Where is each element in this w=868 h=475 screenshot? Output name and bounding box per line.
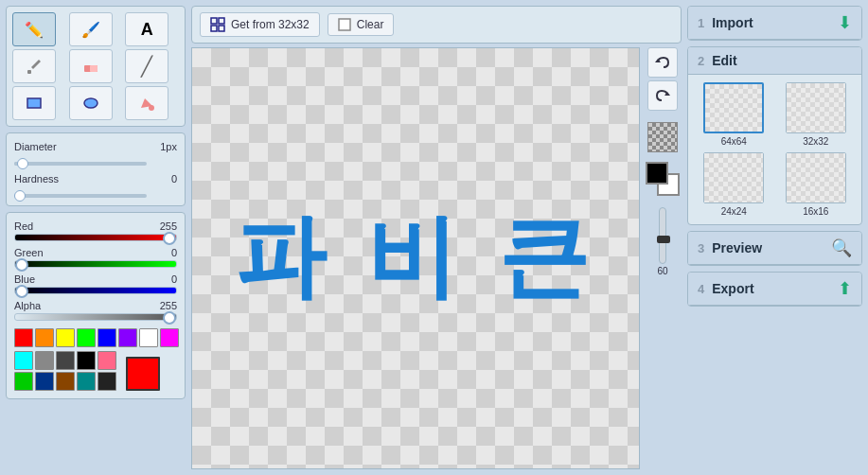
svg-point-4 (84, 98, 97, 108)
red-label: Red (14, 220, 33, 232)
undo-button[interactable] (647, 47, 678, 78)
palette-row2 (14, 351, 116, 391)
palette-row1 (14, 328, 177, 347)
svg-point-5 (149, 105, 154, 111)
checker-background (192, 48, 639, 468)
size-64x64[interactable]: 64x64 (696, 82, 772, 147)
size-16x16[interactable]: 16x16 (778, 152, 855, 217)
clear-button[interactable]: Clear (328, 13, 395, 36)
swatch-pink[interactable] (97, 351, 116, 370)
hardness-row: Hardness 0 (14, 173, 177, 185)
clear-icon (338, 18, 351, 31)
edit-num: 2 (698, 54, 704, 68)
tool-pencil[interactable]: ✏️ (12, 12, 56, 46)
export-section: 4 Export ⬆ (687, 272, 862, 307)
green-slider[interactable] (14, 260, 177, 268)
swatch-gray2[interactable] (56, 351, 75, 370)
blue-value: 0 (171, 273, 177, 285)
palette-row2-container (14, 351, 177, 391)
tool-text[interactable]: A (125, 12, 168, 46)
swatch-white[interactable] (139, 328, 158, 347)
swatch-black[interactable] (77, 351, 96, 370)
swatch-navy[interactable] (35, 372, 54, 391)
center-area: Get from 32x32 Clear 파 비 큰 (191, 6, 682, 469)
tools-grid: ✏️ 🖌️ A ╱ (12, 12, 179, 120)
import-title: Import (712, 15, 830, 30)
edit-section: 2 Edit 64x64 (687, 46, 862, 225)
size-32x32[interactable]: 32x32 (778, 82, 855, 147)
swatch-green[interactable] (77, 328, 96, 347)
edit-content: 64x64 32x32 24x24 (688, 75, 861, 224)
diameter-slider[interactable] (14, 162, 147, 166)
green-value: 0 (171, 247, 177, 258)
size-thumbs-grid: 64x64 32x32 24x24 (696, 82, 854, 217)
tool-eraser[interactable] (69, 49, 113, 83)
tool-eyedropper[interactable] (12, 49, 56, 83)
swatch-darkgray[interactable] (97, 372, 116, 391)
swatch-red[interactable] (14, 328, 33, 347)
canvas-container: 파 비 큰 (191, 47, 682, 469)
swatch-purple[interactable] (118, 328, 137, 347)
color-box: Red 255 Green 0 (6, 212, 186, 399)
preview-num: 3 (698, 241, 704, 255)
export-header[interactable]: 4 Export ⬆ (688, 273, 861, 306)
swatch-yellow[interactable] (56, 328, 75, 347)
side-tools: 60 (644, 47, 682, 469)
swatch-magenta[interactable] (160, 328, 179, 347)
redo-button[interactable] (647, 80, 678, 111)
zoom-indicator: 60 (657, 207, 667, 276)
canvas-wrapper[interactable]: 파 비 큰 (191, 47, 640, 469)
hardness-slider[interactable] (14, 194, 147, 198)
swatch-cyan[interactable] (14, 351, 33, 370)
zoom-level: 60 (657, 266, 667, 276)
fg-color-square[interactable] (646, 162, 668, 185)
red-slider[interactable] (14, 234, 177, 241)
active-color-swatch[interactable] (126, 357, 160, 391)
left-panel: ✏️ 🖌️ A ╱ (6, 6, 186, 469)
svg-rect-6 (211, 18, 217, 24)
swatch-teal[interactable] (77, 372, 96, 391)
tool-fill[interactable] (125, 86, 168, 120)
size-24x24[interactable]: 24x24 (696, 152, 772, 217)
export-icon: ⬆ (838, 278, 852, 299)
alpha-label: Alpha (14, 300, 41, 311)
svg-rect-10 (339, 19, 350, 30)
size-16x16-label: 16x16 (803, 206, 828, 217)
green-label: Green (14, 247, 44, 258)
alpha-slider[interactable] (14, 313, 177, 321)
get-from-button[interactable]: Get from 32x32 (200, 12, 320, 37)
swatch-brown[interactable] (56, 372, 75, 391)
swatch-lime[interactable] (14, 372, 33, 391)
edit-header[interactable]: 2 Edit (688, 47, 861, 75)
swatch-gray1[interactable] (35, 351, 54, 370)
export-num: 4 (698, 282, 704, 296)
tool-ellipse[interactable] (69, 86, 113, 120)
zoom-bar[interactable] (659, 207, 666, 264)
import-icon: ⬇ (838, 12, 852, 33)
import-header[interactable]: 1 Import ⬇ (688, 7, 861, 40)
main-container: ✏️ 🖌️ A ╱ (0, 0, 868, 475)
red-value: 255 (160, 220, 177, 232)
import-section: 1 Import ⬇ (687, 6, 862, 41)
blue-channel: Blue 0 (14, 273, 177, 294)
edit-title: Edit (712, 53, 852, 68)
diameter-row: Diameter 1px (14, 141, 177, 152)
tool-line[interactable]: ╱ (125, 49, 168, 83)
preview-header[interactable]: 3 Preview 🔍 (688, 232, 861, 265)
red-channel: Red 255 (14, 220, 177, 241)
blue-label: Blue (14, 273, 35, 285)
size-32x32-label: 32x32 (803, 136, 828, 147)
fg-bg-preview (646, 162, 680, 196)
tool-brush[interactable]: 🖌️ (69, 12, 113, 46)
diameter-label: Diameter (14, 141, 57, 152)
undo-icon (654, 54, 671, 71)
preview-icon: 🔍 (831, 238, 852, 258)
properties-box: Diameter 1px Hardness 0 (6, 132, 186, 206)
swatch-orange[interactable] (35, 328, 54, 347)
tool-rectangle[interactable] (12, 86, 56, 120)
checker-mini-preview (647, 122, 678, 152)
blue-slider[interactable] (14, 287, 177, 294)
size-64x64-label: 64x64 (721, 136, 747, 147)
alpha-channel: Alpha 255 (14, 300, 177, 321)
swatch-blue[interactable] (97, 328, 116, 347)
